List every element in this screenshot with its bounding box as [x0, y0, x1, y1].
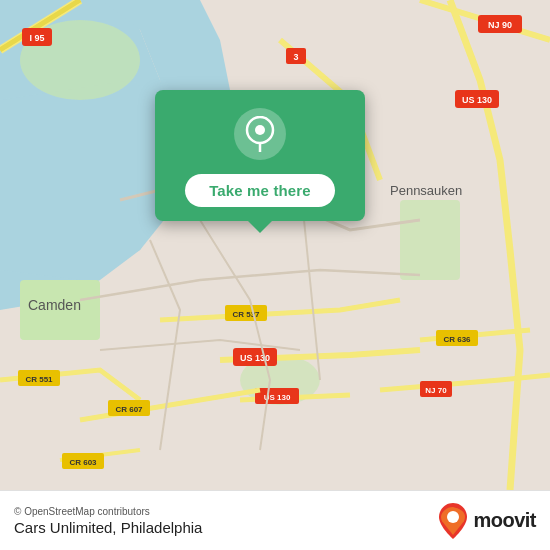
- footer-bar: © OpenStreetMap contributors Cars Unlimi…: [0, 490, 550, 550]
- location-label: Cars Unlimited, Philadelphia: [14, 519, 202, 536]
- svg-text:3: 3: [293, 52, 298, 62]
- svg-text:CR 537: CR 537: [232, 310, 260, 319]
- svg-point-33: [447, 511, 459, 523]
- moovit-logo: moovit: [439, 503, 536, 539]
- map-background: I 95 NJ 90 US 130 3 CR 537 US 130 US 130…: [0, 0, 550, 490]
- footer-left: © OpenStreetMap contributors Cars Unlimi…: [14, 506, 202, 536]
- moovit-pin-icon: [439, 503, 467, 539]
- location-pin-icon: [245, 116, 275, 152]
- svg-text:CR 636: CR 636: [443, 335, 471, 344]
- svg-text:CR 607: CR 607: [115, 405, 143, 414]
- location-icon-wrapper: [234, 108, 286, 160]
- svg-text:Camden: Camden: [28, 297, 81, 313]
- take-me-there-button[interactable]: Take me there: [185, 174, 335, 207]
- popup-card: Take me there: [155, 90, 365, 221]
- attribution-text: © OpenStreetMap contributors: [14, 506, 202, 517]
- svg-text:NJ 70: NJ 70: [425, 386, 447, 395]
- svg-rect-4: [400, 200, 460, 280]
- map-container: I 95 NJ 90 US 130 3 CR 537 US 130 US 130…: [0, 0, 550, 490]
- svg-text:CR 603: CR 603: [69, 458, 97, 467]
- svg-text:NJ 90: NJ 90: [488, 20, 512, 30]
- svg-text:I 95: I 95: [29, 33, 44, 43]
- moovit-wordmark: moovit: [473, 509, 536, 532]
- svg-point-32: [255, 125, 265, 135]
- svg-text:CR 551: CR 551: [25, 375, 53, 384]
- svg-text:US 130: US 130: [462, 95, 492, 105]
- svg-text:Pennsauken: Pennsauken: [390, 183, 462, 198]
